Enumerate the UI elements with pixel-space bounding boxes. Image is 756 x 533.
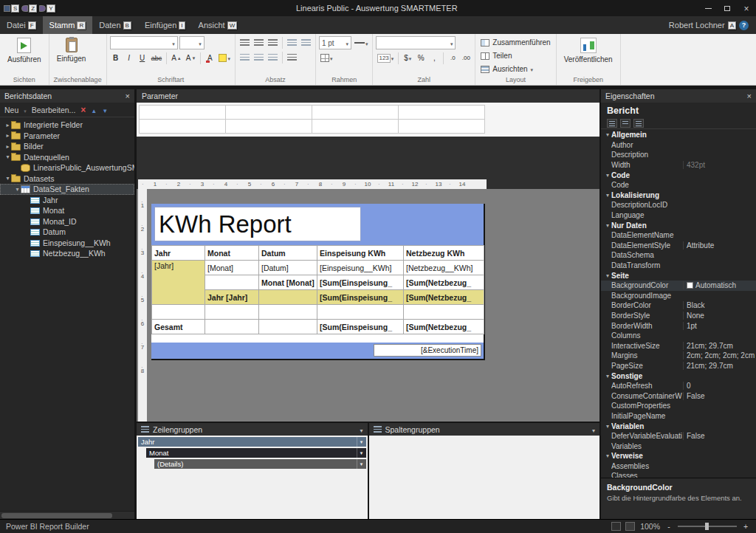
parameter-cell[interactable] [312,119,399,134]
close-icon[interactable] [126,92,130,100]
property-row[interactable]: DataTransform [601,261,756,271]
header-cell-netzbezug[interactable]: Netzbezug KWh [404,246,484,261]
tree-expander-icon[interactable] [14,186,21,193]
parameter-cell[interactable] [398,119,485,134]
property-row[interactable]: Variables [601,441,756,451]
tree-item[interactable]: Datasets [0,173,134,185]
category-expander-icon[interactable] [604,192,611,199]
empty-cell[interactable] [205,305,259,320]
numbered-list-button[interactable] [300,36,312,49]
tree-item[interactable]: Parameter [0,131,134,142]
parameter-cell[interactable] [139,105,226,120]
property-value[interactable]: False [683,432,755,440]
align-menu-button[interactable]: Ausrichten [478,63,552,75]
property-row[interactable]: ConsumeContainerW False [601,391,756,401]
property-row[interactable]: Seite [601,270,756,281]
property-row[interactable]: DataElementName [601,230,756,241]
property-row[interactable]: Assemblies [601,461,756,472]
delete-icon[interactable] [80,105,86,115]
property-value[interactable]: Black [683,301,755,309]
detail-cell[interactable]: [Datum] [259,261,317,275]
category-expander-icon[interactable] [604,172,611,179]
property-value[interactable]: 0 [683,382,755,390]
tree-item[interactable]: Bilder [0,141,134,152]
property-row[interactable]: Verweise [601,451,756,461]
report-title-textbox[interactable]: KWh Report [154,207,361,241]
report-table[interactable]: Jahr Monat Datum Einspeisung KWh Netzbez… [151,245,484,334]
split-cells-button[interactable]: Teilen [478,49,552,62]
font-size-combo[interactable] [179,36,205,49]
category-expander-icon[interactable] [604,272,611,279]
empty-cell[interactable] [404,305,484,320]
report-footer-band[interactable]: [&ExecutionTime] [151,343,484,359]
property-row[interactable]: Author [601,140,756,151]
property-value[interactable]: Automatisch [683,281,755,289]
category-expander-icon[interactable] [604,373,611,379]
parameter-cell[interactable] [312,105,399,120]
minimize-button[interactable] [698,0,718,16]
jahr-group-cell[interactable]: [Jahr] [152,261,205,305]
align-top-button[interactable] [238,51,251,63]
header-cell-einspeisung[interactable]: Einspeisung KWh [317,246,404,261]
property-row[interactable]: BorderWidth 1pt [601,320,756,331]
close-icon[interactable] [747,92,752,100]
zoom-in-button[interactable]: + [741,522,750,531]
number-format-gallery-button[interactable]: 123 [376,52,395,64]
property-row[interactable]: Width 432pt [601,160,756,171]
ribbon-tab[interactable]: Datei F [0,16,43,34]
tree-expander-icon[interactable] [4,122,11,128]
maximize-button[interactable] [718,0,737,16]
gesamt-label-cell[interactable]: Gesamt [152,320,205,334]
execution-time-textbox[interactable]: [&ExecutionTime] [374,344,481,357]
category-expander-icon[interactable] [604,131,611,138]
property-value[interactable]: None [683,312,755,320]
report-header-band[interactable]: KWh Report [151,204,484,245]
property-row[interactable]: Code [601,180,756,190]
property-row[interactable]: CustomProperties [601,401,756,411]
property-row[interactable]: InteractiveSize 21cm; 29.7cm [601,340,756,351]
bold-button[interactable]: B [110,52,122,64]
underline-button[interactable]: U [137,52,148,64]
property-value[interactable]: 21cm; 29.7cm [683,362,755,370]
gesamt-einspeisung-cell[interactable]: [Sum(Einspeisung_ [317,320,404,334]
ribbon-tab[interactable]: Ansicht W [192,16,244,34]
header-cell-jahr[interactable]: Jahr [152,246,205,261]
property-row[interactable]: BorderStyle None [601,311,756,321]
tree-expander-icon[interactable] [4,143,11,150]
property-row[interactable]: Nur Daten [601,220,756,230]
borders-button[interactable] [319,52,334,64]
parameter-cell[interactable] [225,119,312,134]
property-value[interactable]: 21cm; 29.7cm [683,342,755,350]
thousands-separator-button[interactable]: , [428,52,440,64]
property-row[interactable]: DataSchema [601,250,756,261]
property-row[interactable]: Description [601,150,756,160]
font-family-combo[interactable] [110,36,178,49]
align-center-button[interactable] [252,36,265,49]
run-button[interactable]: Ausführen [3,36,46,65]
row-group-item[interactable]: (Details) [154,459,366,469]
property-row[interactable]: DescriptionLocID [601,200,756,210]
bullet-list-button[interactable] [286,36,298,49]
property-pages-icon[interactable] [633,119,644,128]
monat-total-einspeisung-cell[interactable]: [Sum(Einspeisung_ [317,275,404,290]
row-group-item[interactable]: Jahr [138,437,366,447]
tree-item[interactable]: Datum [0,227,134,238]
ribbon-tab[interactable]: Stamm R [43,16,93,34]
tree-item[interactable]: Einspeisung__KWh [0,238,134,249]
tree-expander-icon[interactable] [4,132,11,139]
shrink-font-button[interactable]: A▼ [185,52,198,64]
align-left-button[interactable] [238,36,251,49]
property-value[interactable]: 2cm; 2cm; 2cm; 2cm [683,351,755,360]
jahr-total-netzbezug-cell[interactable]: [Sum(Netzbezug_ [404,290,484,305]
property-row[interactable]: BackgroundColor Automatisch [601,281,756,291]
property-row[interactable]: Classes [601,471,756,478]
run-view-icon[interactable] [625,522,635,531]
property-row[interactable]: Lokalisierung [601,190,756,201]
zoom-slider-thumb[interactable] [705,523,709,530]
paste-button[interactable]: Einfügen [52,36,91,64]
row-groups-header[interactable]: Zeilengruppen [137,423,368,436]
property-row[interactable]: Language [601,210,756,221]
currency-button[interactable]: $ [402,52,413,64]
tree-item[interactable]: DataSet_Fakten [0,184,134,195]
percent-button[interactable]: % [415,52,427,64]
